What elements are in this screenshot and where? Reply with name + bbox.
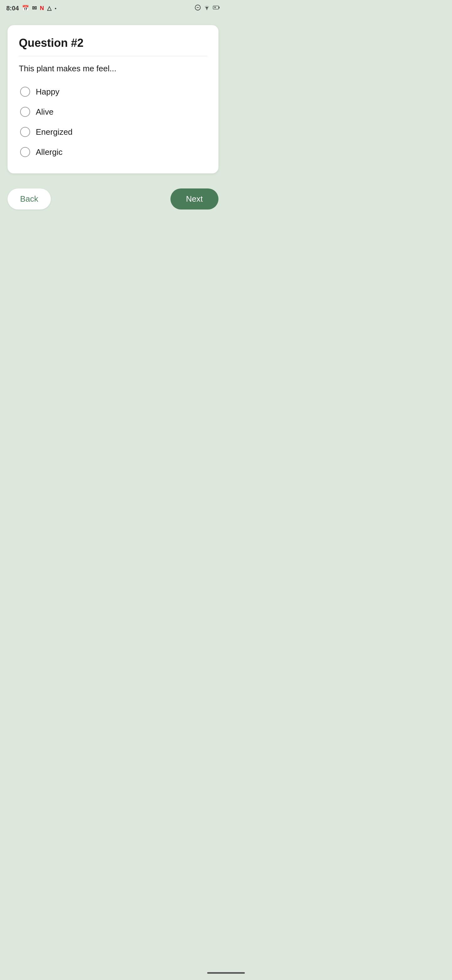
option-allergic[interactable]: Allergic	[19, 143, 207, 161]
calendar-icon: 📅	[22, 5, 29, 12]
wifi-icon	[203, 5, 210, 12]
question-text: This plant makes me feel...	[19, 64, 207, 73]
radio-allergic	[20, 147, 30, 157]
status-left: 8:04 📅 ✉ N △ ●	[6, 5, 57, 12]
dot-icon: ●	[55, 6, 57, 10]
back-button[interactable]: Back	[8, 188, 51, 210]
divider	[19, 56, 207, 56]
option-happy[interactable]: Happy	[19, 83, 207, 100]
drive-icon: △	[47, 5, 51, 12]
content-area: Question #2 This plant makes me feel... …	[0, 16, 226, 180]
battery-icon	[213, 5, 220, 11]
nav-buttons: Back Next	[0, 180, 226, 216]
gmail-icon: ✉	[32, 5, 37, 12]
netflix-icon: N	[40, 5, 44, 12]
question-card: Question #2 This plant makes me feel... …	[8, 25, 219, 173]
radio-energized	[20, 127, 30, 137]
radio-happy	[20, 87, 30, 97]
status-right	[195, 5, 220, 12]
option-label-alive: Alive	[36, 107, 53, 117]
options-list: Happy Alive Energized Allergic	[19, 83, 207, 161]
status-bar: 8:04 📅 ✉ N △ ●	[0, 0, 226, 16]
radio-alive	[20, 107, 30, 117]
next-button[interactable]: Next	[170, 188, 219, 210]
option-label-happy: Happy	[36, 87, 59, 97]
svg-rect-4	[219, 6, 220, 8]
option-energized[interactable]: Energized	[19, 123, 207, 141]
option-alive[interactable]: Alive	[19, 103, 207, 121]
question-title: Question #2	[19, 37, 207, 49]
time-display: 8:04	[6, 5, 19, 12]
do-not-disturb-icon	[195, 5, 201, 12]
svg-point-2	[206, 9, 208, 10]
option-label-energized: Energized	[36, 127, 73, 137]
option-label-allergic: Allergic	[36, 147, 62, 157]
